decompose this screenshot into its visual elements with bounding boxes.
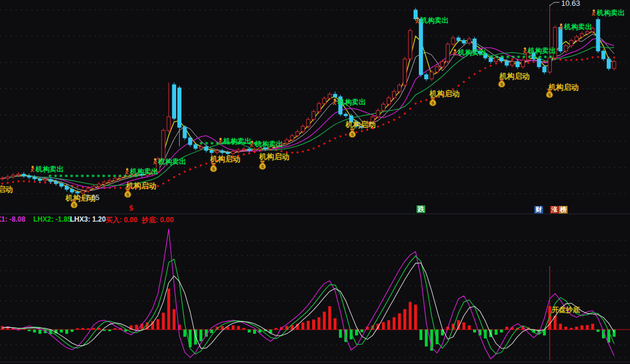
tag-rise-part2: 榜	[559, 206, 568, 214]
svg-text:*: *	[216, 141, 219, 148]
svg-text:机构卖出: 机构卖出	[130, 167, 158, 176]
indicator-value-lhx1: LHX1: -8.08	[0, 215, 25, 223]
svg-text:*: *	[102, 173, 106, 181]
tag-finance[interactable]: 财	[534, 206, 543, 214]
svg-text:*: *	[517, 54, 520, 62]
svg-text:*: *	[544, 54, 547, 62]
svg-text:机构卖出: 机构卖出	[337, 98, 366, 106]
svg-text:*: *	[549, 54, 552, 62]
svg-text:*: *	[211, 141, 214, 148]
main-chart-canvas[interactable]: ****************************************…	[0, 0, 630, 214]
svg-text:$: $	[432, 100, 435, 106]
svg-text:*: *	[86, 173, 90, 181]
svg-text:7.05: 7.05	[86, 194, 100, 202]
svg-text:10.63: 10.63	[561, 0, 580, 8]
svg-text:*: *	[124, 173, 127, 181]
svg-text:*: *	[205, 141, 208, 148]
indicator-value-lhx2: LHX2: -1.85	[33, 215, 71, 223]
svg-text:*: *	[97, 173, 100, 181]
svg-text:$: $	[261, 164, 264, 169]
svg-text:机构卖出: 机构卖出	[564, 23, 592, 31]
svg-text:*: *	[113, 173, 117, 181]
indicator-header: LHX1: -8.08 LHX2: -1.85 LHX3: 1.20 买入: 0…	[0, 214, 630, 225]
svg-text:*: *	[75, 173, 79, 181]
svg-text:*: *	[48, 173, 52, 181]
svg-text:开盘抄底: 开盘抄底	[551, 306, 580, 314]
svg-text:机构卖出: 机构卖出	[420, 16, 449, 24]
svg-text:机构启动: 机构启动	[209, 155, 240, 163]
svg-text:*: *	[538, 54, 542, 62]
tag-rise-part1: 涨	[550, 206, 559, 214]
svg-text:机构启动: 机构启动	[0, 185, 13, 194]
svg-text:机构卖出: 机构卖出	[254, 140, 283, 148]
svg-text:机构卖出: 机构卖出	[223, 137, 251, 145]
sell-s-marker-icon: Ŝ	[129, 205, 134, 212]
svg-text:*: *	[107, 173, 111, 181]
svg-text:机构启动: 机构启动	[548, 83, 579, 92]
svg-text:*: *	[80, 173, 84, 181]
svg-text:*: *	[92, 173, 95, 181]
indicator-canvas[interactable]: 开盘抄底	[0, 224, 630, 364]
bottom-separator	[0, 362, 630, 362]
svg-text:*: *	[54, 173, 57, 181]
svg-text:*: *	[506, 54, 510, 62]
svg-text:机构卖出: 机构卖出	[35, 165, 64, 173]
tag-rise-board[interactable]: 涨榜	[550, 206, 568, 214]
svg-text:机构卖出: 机构卖出	[527, 47, 556, 55]
svg-text:*: *	[495, 54, 499, 62]
svg-text:*: *	[512, 54, 515, 62]
svg-text:*: *	[490, 54, 494, 62]
svg-text:*: *	[522, 54, 526, 62]
svg-text:机构卖出: 机构卖出	[457, 48, 486, 57]
svg-text:*: *	[118, 173, 122, 181]
svg-text:*: *	[200, 141, 203, 148]
svg-text:*: *	[528, 54, 531, 62]
svg-text:$: $	[548, 92, 551, 97]
svg-text:*: *	[501, 54, 505, 62]
svg-text:*: *	[60, 173, 63, 181]
svg-text:$: $	[351, 132, 354, 137]
svg-text:机构卖出: 机构卖出	[596, 9, 625, 17]
tag-fall[interactable]: 跌	[416, 205, 425, 213]
svg-text:机构卖出: 机构卖出	[158, 158, 186, 166]
indicator-value-lhx3: LHX3: 1.20	[70, 215, 106, 223]
trading-app-window: ****************************************…	[0, 0, 630, 364]
svg-text:$: $	[212, 166, 215, 172]
svg-text:*: *	[65, 173, 68, 181]
svg-text:*: *	[533, 54, 537, 62]
svg-text:机构启动: 机构启动	[429, 89, 460, 98]
svg-text:$: $	[73, 202, 76, 208]
svg-text:$: $	[501, 82, 503, 87]
svg-text:*: *	[70, 173, 74, 181]
svg-text:机构启动: 机构启动	[258, 152, 289, 161]
svg-text:$: $	[127, 192, 130, 197]
svg-text:机构启动: 机构启动	[345, 120, 376, 129]
